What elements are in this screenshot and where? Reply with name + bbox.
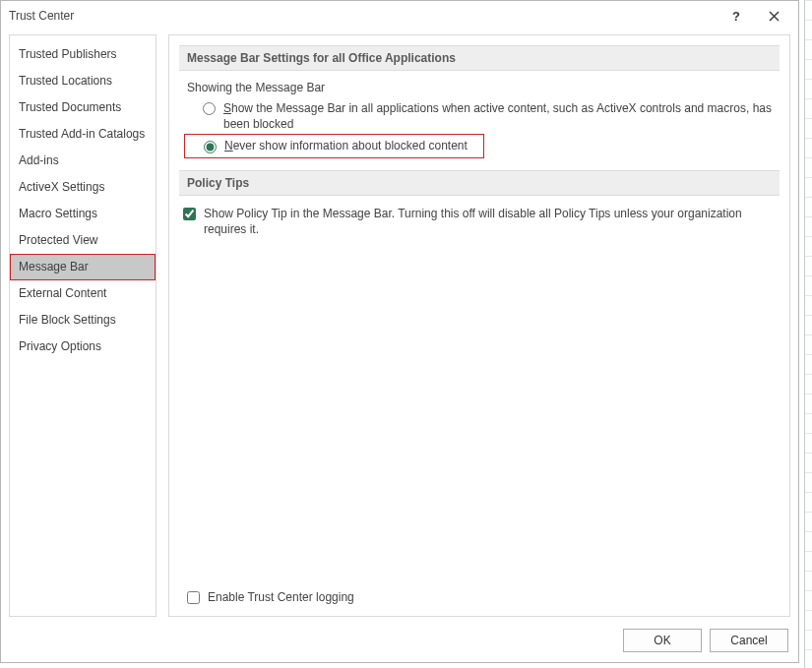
message-bar-subheading: Showing the Message Bar [187,81,776,94]
cancel-button[interactable]: Cancel [710,629,788,652]
checkbox-show-policy-tip[interactable]: Show Policy Tip in the Message Bar. Turn… [183,206,776,239]
footer-buttons: OK Cancel [623,629,788,652]
radio-never-show-info-label: Never show information about blocked con… [224,138,468,153]
checkbox-show-policy-tip-label: Show Policy Tip in the Message Bar. Turn… [204,206,776,239]
close-icon [769,11,780,22]
titlebar: Trust Center ? [1,1,798,30]
sidebar-item-trusted-publishers[interactable]: Trusted Publishers [10,41,156,68]
sidebar: Trusted Publishers Trusted Locations Tru… [9,34,156,617]
close-button[interactable] [755,1,792,30]
sidebar-item-trusted-addin-catalogs[interactable]: Trusted Add-in Catalogs [10,121,156,148]
section-heading-policy-tips: Policy Tips [179,170,780,196]
sidebar-item-message-bar[interactable]: Message Bar [10,254,156,280]
sidebar-item-external-content[interactable]: External Content [10,280,156,307]
background-strip [804,0,812,668]
checkbox-enable-logging-input[interactable] [187,591,200,604]
content-pane: Message Bar Settings for all Office Appl… [168,34,790,617]
sidebar-item-macro-settings[interactable]: Macro Settings [10,201,156,227]
sidebar-item-trusted-documents[interactable]: Trusted Documents [10,94,156,121]
dialog-body: Trusted Publishers Trusted Locations Tru… [9,34,790,617]
section-heading-message-bar: Message Bar Settings for all Office Appl… [179,45,780,71]
help-button[interactable]: ? [718,1,755,30]
sidebar-item-privacy-options[interactable]: Privacy Options [10,334,156,360]
checkbox-enable-logging[interactable]: Enable Trust Center logging [183,589,776,606]
checkbox-enable-logging-label: Enable Trust Center logging [208,590,354,604]
radio-never-show-info-input[interactable] [204,141,217,153]
sidebar-item-trusted-locations[interactable]: Trusted Locations [10,68,156,94]
ok-button[interactable]: OK [623,629,702,652]
radio-show-message-bar-input[interactable] [203,102,216,115]
sidebar-item-file-block-settings[interactable]: File Block Settings [10,307,156,334]
sidebar-item-add-ins[interactable]: Add-ins [10,148,156,174]
radio-show-message-bar[interactable]: Show the Message Bar in all applications… [183,98,776,134]
sidebar-item-protected-view[interactable]: Protected View [10,227,156,254]
sidebar-item-activex-settings[interactable]: ActiveX Settings [10,174,156,201]
trust-center-dialog: Trust Center ? Trusted Publishers Truste… [0,0,799,663]
window-title: Trust Center [9,9,718,23]
checkbox-show-policy-tip-input[interactable] [183,208,196,220]
radio-never-show-info[interactable]: Never show information about blocked con… [184,134,484,157]
radio-show-message-bar-label: Show the Message Bar in all applications… [223,100,776,132]
